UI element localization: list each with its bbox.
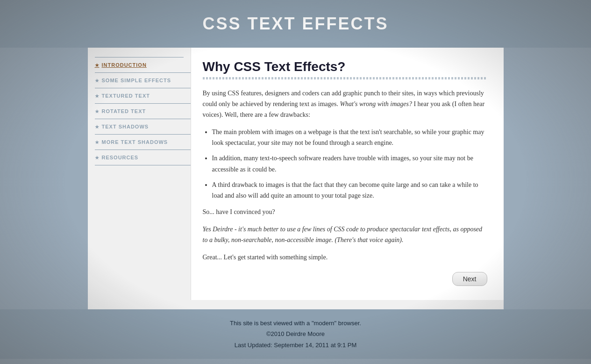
sidebar-item-introduction[interactable]: ★ INTRODUCTION	[95, 57, 191, 73]
star-icon-4: ★	[95, 109, 100, 114]
sidebar-link-textured-text[interactable]: ★ TEXTURED TEXT	[95, 88, 191, 103]
sidebar-link-resources[interactable]: ★ RESOURCES	[95, 150, 191, 165]
sidebar-item-resources[interactable]: ★ RESOURCES	[95, 150, 191, 165]
next-button-container: Next	[203, 272, 487, 286]
drawbacks-list: The main problem with images on a webpag…	[212, 127, 487, 201]
closing-paragraph: Great... Let's get started with somethin…	[203, 252, 487, 263]
response-italic: (There's that voice again).	[335, 236, 403, 243]
sidebar-link-introduction[interactable]: ★ INTRODUCTION	[95, 57, 191, 72]
sidebar-item-text-shadows[interactable]: ★ TEXT SHADOWS	[95, 119, 191, 135]
sidebar-link-more-text-shadows[interactable]: ★ MORE TEXT SHADOWS	[95, 135, 191, 150]
star-icon-3: ★	[95, 93, 100, 99]
sidebar-item-more-text-shadows[interactable]: ★ MORE TEXT SHADOWS	[95, 135, 191, 150]
bullet-3: A third drawback to images is that the f…	[212, 179, 487, 201]
sidebar: ★ INTRODUCTION ★ SOME SIMPLE EFFECTS ★ T…	[88, 48, 191, 300]
footer-line1: This site is best viewed with a "modern"…	[0, 318, 591, 328]
sidebar-label-some-simple-effects: SOME SIMPLE EFFECTS	[102, 78, 171, 83]
footer-line2: ©2010 Deirdre Moore	[0, 328, 591, 339]
sidebar-item-textured-text[interactable]: ★ TEXTURED TEXT	[95, 88, 191, 104]
footer-line3: Last Updated: September 14, 2011 at 9:1 …	[0, 340, 591, 350]
bullet-2: In addition, many text-to-speech softwar…	[212, 153, 487, 174]
italic-question: What's wrong with images?	[340, 100, 412, 107]
sidebar-label-resources: RESOURCES	[102, 155, 139, 160]
sidebar-link-text-shadows[interactable]: ★ TEXT SHADOWS	[95, 119, 191, 134]
sidebar-item-some-simple-effects[interactable]: ★ SOME SIMPLE EFFECTS	[95, 73, 191, 88]
sidebar-label-rotated-text: ROTATED TEXT	[102, 108, 146, 114]
sidebar-link-some-simple-effects[interactable]: ★ SOME SIMPLE EFFECTS	[95, 73, 191, 88]
intro-paragraph: By using CSS features, designers and cod…	[203, 88, 487, 120]
title-underline	[203, 77, 487, 79]
main-content: Why CSS Text Effects? By using CSS featu…	[191, 48, 504, 300]
sidebar-label-text-shadows: TEXT SHADOWS	[102, 124, 149, 129]
page-title: Why CSS Text Effects?	[203, 59, 487, 74]
sidebar-label-textured-text: TEXTURED TEXT	[102, 93, 150, 99]
sidebar-link-rotated-text[interactable]: ★ ROTATED TEXT	[95, 104, 191, 119]
content-area: ★ INTRODUCTION ★ SOME SIMPLE EFFECTS ★ T…	[88, 48, 504, 300]
star-icon-5: ★	[95, 124, 100, 129]
star-icon-2: ★	[95, 78, 100, 83]
response-paragraph: Yes Deirdre - it's much better to use a …	[203, 224, 487, 245]
star-icon-6: ★	[95, 140, 100, 145]
site-header: CSS TEXT EFFECTS	[0, 0, 591, 48]
site-title: CSS TEXT EFFECTS	[0, 14, 591, 34]
convinced-paragraph: So... have I convinced you?	[203, 207, 487, 217]
sidebar-label-introduction: INTRODUCTION	[102, 62, 147, 68]
next-button[interactable]: Next	[452, 272, 487, 286]
bullet-1: The main problem with images on a webpag…	[212, 127, 487, 148]
star-icon-7: ★	[95, 155, 100, 160]
sidebar-nav: ★ INTRODUCTION ★ SOME SIMPLE EFFECTS ★ T…	[95, 57, 191, 165]
sidebar-label-more-text-shadows: MORE TEXT SHADOWS	[102, 139, 168, 145]
main-wrapper: ★ INTRODUCTION ★ SOME SIMPLE EFFECTS ★ T…	[88, 48, 504, 309]
sidebar-item-rotated-text[interactable]: ★ ROTATED TEXT	[95, 104, 191, 119]
star-icon: ★	[95, 63, 100, 68]
footer: This site is best viewed with a "modern"…	[0, 309, 591, 359]
